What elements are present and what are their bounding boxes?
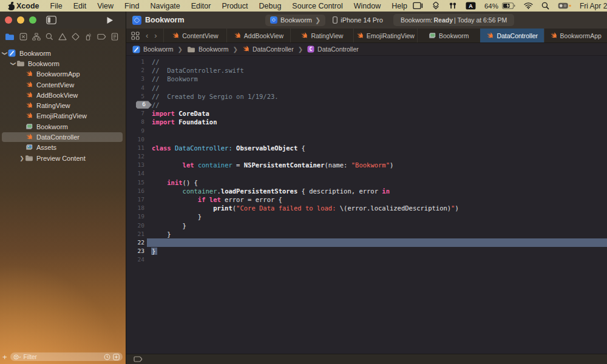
code-line[interactable]: 8import Foundation [126,118,607,126]
source-editor[interactable]: 1//2// DataController.swift3// Bookworm4… [126,56,607,354]
scheme-pill[interactable]: Bookworm ❯ [265,15,325,26]
code-line[interactable]: 12 [126,152,607,161]
test-navigator-icon[interactable] [72,33,80,41]
scheme-selector[interactable]: Bookworm ❯ iPhone 14 Pro [265,15,387,26]
tree-row-bookworm[interactable]: Bookworm [0,121,126,132]
tree-row-assets[interactable]: Assets [0,143,126,153]
code-line[interactable]: 1// [126,58,607,66]
add-file-button[interactable]: + [2,353,7,361]
debug-navigator-icon[interactable] [84,33,92,41]
project-navigator-icon[interactable] [5,33,15,41]
tree-row-preview-content[interactable]: ❯Preview Content [0,153,126,163]
code-line[interactable]: 9 [126,127,607,135]
code-line[interactable]: 2// DataController.swift [126,66,607,75]
keyboard-input-icon[interactable]: A [466,2,476,10]
issue-navigator-icon[interactable] [58,33,67,41]
code-line[interactable]: 14 [126,169,607,178]
tree-row-contentview[interactable]: ContentView [0,79,126,90]
tree-row-bookworm[interactable]: ❯Bookworm [0,58,126,69]
disclosure-chevron-icon[interactable]: ❯ [19,155,24,161]
tab-addbookview[interactable]: AddBookView [226,29,290,42]
coredata-model-icon [429,32,436,39]
code-line[interactable]: 6// [126,101,607,109]
tab-bookworm[interactable]: Bookworm [417,29,480,42]
find-navigator-icon[interactable] [46,33,53,41]
control-center-icon[interactable] [558,2,571,9]
breadcrumb-item[interactable]: CDataController [307,46,359,53]
code-line[interactable]: 3// Bookworm [126,75,607,83]
code-line[interactable]: 16 container.loadPersistentStores { desc… [126,187,607,195]
tree-row-emojiratingview[interactable]: EmojiRatingView [0,111,126,121]
report-navigator-icon[interactable] [111,33,118,41]
code-line[interactable]: 22 [126,238,607,247]
tab-datacontroller[interactable]: DataController [480,29,543,42]
battery-icon[interactable] [502,2,515,9]
run-button[interactable] [106,16,114,24]
menu-item-editor[interactable]: Editor [186,2,217,10]
menu-item-navigate[interactable]: Navigate [144,2,185,10]
add-filter-icon[interactable] [113,354,120,360]
navigator-sidebar: ❯Bookworm❯BookwormBookwormAppContentView… [0,29,126,364]
menu-item-find[interactable]: Find [119,2,144,10]
zoom-window-button[interactable] [29,16,36,24]
display-icon[interactable] [413,2,423,10]
symbol-navigator-icon[interactable] [32,33,41,41]
code-line[interactable]: 11class DataController: ObservableObject… [126,144,607,152]
code-line[interactable]: 19 } [126,212,607,221]
code-line[interactable]: 7import CoreData [126,109,607,118]
related-items-grid-icon[interactable] [131,32,140,40]
menu-item-view[interactable]: View [92,2,119,10]
menu-item-window[interactable]: Window [348,2,386,10]
filter-field[interactable]: Filter [10,352,123,361]
airpods-icon[interactable] [449,2,457,10]
breadcrumb-item[interactable]: Bookworm [132,46,174,53]
menu-item-edit[interactable]: Edit [68,2,92,10]
code-line[interactable]: 23} [126,247,607,255]
code-text: class DataController: ObservableObject { [147,144,607,152]
tab-contentview[interactable]: ContentView [163,29,226,42]
menu-item-file[interactable]: File [45,2,68,10]
code-line[interactable]: 4// [126,84,607,92]
menubar-date[interactable]: Fri Apr 28 [580,2,607,10]
go-forward-icon[interactable]: › [154,32,157,39]
breakpoint-capsule-icon[interactable] [134,356,143,362]
code-line[interactable]: 13 let container = NSPersistentContainer… [126,161,607,169]
tab-emojiratingview[interactable]: EmojiRatingView [353,29,416,42]
tree-row-datacontroller[interactable]: DataController [0,132,126,142]
menu-item-source-control[interactable]: Source Control [287,2,348,10]
breadcrumb-item[interactable]: DataController [242,46,294,53]
go-back-icon[interactable]: ‹ [146,32,148,39]
menu-item-debug[interactable]: Debug [254,2,287,10]
tree-row-addbookview[interactable]: AddBookView [0,90,126,100]
code-line[interactable]: 10 [126,135,607,144]
search-icon[interactable] [541,2,549,10]
code-line[interactable]: 20 } [126,221,607,230]
clock-icon[interactable] [104,354,110,360]
source-control-navigator-icon[interactable] [19,33,27,41]
code-line[interactable]: 15 init() { [126,178,607,187]
layers-icon[interactable] [432,2,440,10]
tab-ratingview[interactable]: RatingView [290,29,353,42]
code-line[interactable]: 17 if let error = error { [126,195,607,204]
menu-item-product[interactable]: Product [216,2,253,10]
minimize-window-button[interactable] [17,16,24,24]
code-line[interactable]: 18 print("Core Data failed to load: \(er… [126,204,607,212]
menu-item-help[interactable]: Help [386,2,413,10]
tree-row-ratingview[interactable]: RatingView [0,100,126,110]
tree-row-bookwormapp[interactable]: BookwormApp [0,69,126,79]
close-window-button[interactable] [5,16,12,24]
code-line[interactable]: 21 } [126,230,607,238]
menu-bar: XcodeFileEditViewFindNavigateEditorProdu… [0,0,607,12]
breadcrumb-item[interactable]: Bookworm [187,46,229,53]
code-line[interactable]: 24 [126,255,607,264]
wifi-icon[interactable] [524,2,533,9]
run-destination[interactable]: iPhone 14 Pro [329,15,387,25]
tab-bookwormapp[interactable]: BookwormApp [544,29,607,42]
sidebar-toggle-icon[interactable] [46,16,56,24]
menu-item-xcode[interactable]: Xcode [11,2,45,10]
code-line[interactable]: 5// Created by Sergio on 1/19/23. [126,92,607,101]
folder-icon [187,46,195,53]
breakpoint-navigator-icon[interactable] [97,33,106,40]
tree-row-bookworm[interactable]: ❯Bookworm [0,48,126,58]
chevron-right-icon: ❯ [315,16,320,24]
